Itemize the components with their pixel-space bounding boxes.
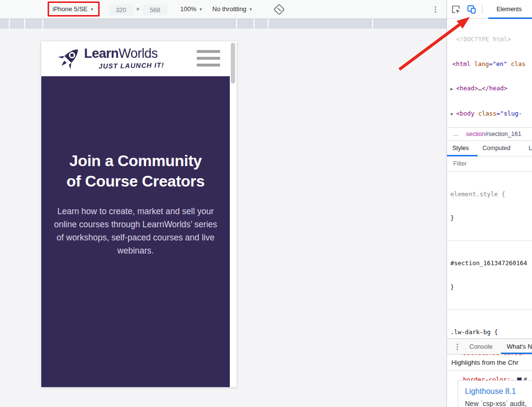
tab-elements[interactable]: Elements [486, 0, 532, 19]
dom-node[interactable]: ▼<body class="slug- [447, 109, 532, 119]
styles-filter-input[interactable] [447, 156, 530, 171]
hero-paragraph: Learn how to create, market and sell you… [54, 205, 217, 257]
expand-open-icon[interactable]: ▼ [450, 109, 456, 119]
tab-console[interactable]: Console [469, 343, 493, 350]
active-tab-underline [488, 17, 532, 19]
chevron-down-icon: ▼ [196, 7, 203, 12]
tab-styles[interactable]: Styles [452, 141, 469, 156]
brand-worlds: Worlds [119, 46, 158, 61]
lighthouse-link[interactable]: Lighthouse 8.1 [465, 387, 532, 396]
dom-node[interactable]: <!DOCTYPE html> [447, 34, 532, 45]
tab-computed[interactable]: Computed [482, 141, 511, 156]
emulation-toolbar: iPhone 5/SE▼ × 100%▼ No throttling▼ ⋮ [0, 0, 446, 19]
dimension-times-separator: × [136, 5, 140, 13]
throttling-select[interactable]: No throttling▼ [212, 5, 253, 13]
viewport-width-input[interactable] [109, 4, 133, 15]
brand-wordmark[interactable]: LearnWorlds [84, 46, 158, 61]
whats-new-card: Lighthouse 8.1 New `csp-xss` audit, and … [458, 380, 532, 407]
dom-node[interactable]: <html lang="en" clas [447, 59, 532, 69]
tab-whats-new[interactable]: What's N [507, 343, 532, 350]
rotate-viewport-icon[interactable] [274, 4, 285, 17]
site-header: LearnWorlds JUST LAUNCH IT! [41, 41, 237, 76]
css-rule-section-id[interactable]: #section_161347260164 } [447, 241, 532, 310]
brand-learn: Learn [84, 46, 119, 61]
tab-elements-label: Elements [497, 6, 522, 13]
zoom-select-label: 100% [180, 5, 196, 13]
styles-tabbar: Styles Computed L [447, 141, 532, 156]
learnworlds-rocket-logo-icon [56, 44, 83, 71]
active-tab-underline [501, 353, 532, 354]
preview-scrollbar-thumb[interactable] [231, 43, 235, 84]
devtools-pane: Elements <!DOCTYPE html> <html lang="en"… [446, 0, 532, 407]
css-rules-list: element.style { } #section_161347260164 … [447, 172, 532, 407]
breadcrumb: … section#section_161 [447, 127, 532, 141]
css-rule-element-style[interactable]: element.style { } [447, 172, 532, 241]
toolbar-separator [482, 5, 482, 14]
expand-closed-icon[interactable]: ▶ [450, 84, 456, 94]
dom-tree: <!DOCTYPE html> <html lang="en" clas ▶<h… [447, 20, 532, 127]
annotation-rectangle [48, 1, 100, 17]
zoom-select[interactable]: 100%▼ [180, 5, 203, 13]
styles-filter-row [447, 156, 532, 172]
hero-section: Join a Community of Course Creators Lear… [41, 76, 230, 387]
inspect-element-icon[interactable] [451, 4, 461, 17]
devtools-tabbar: Elements [447, 0, 532, 19]
throttling-select-label: No throttling [212, 5, 246, 13]
device-emulation-pane: iPhone 5/SE▼ × 100%▼ No throttling▼ ⋮ [0, 0, 446, 407]
lighthouse-description: New `csp-xss` audit, and more [465, 399, 532, 407]
breadcrumb-item-section[interactable]: section#section_161 [466, 131, 521, 137]
chevron-down-icon: ▼ [246, 7, 253, 12]
viewport-height-input[interactable] [143, 4, 167, 15]
whats-new-heading: Highlights from the Chr [447, 355, 532, 371]
tab-layout[interactable]: L [529, 141, 532, 156]
hamburger-menu-icon[interactable] [197, 50, 220, 70]
hero-title: Join a Community of Course Creators [60, 151, 211, 191]
kebab-menu-icon[interactable]: ⋮ [432, 5, 439, 14]
toggle-device-toolbar-icon[interactable] [466, 4, 477, 17]
dom-node[interactable]: ▶<head>…</head> [447, 84, 532, 94]
breadcrumb-overflow-icon[interactable]: … [447, 131, 464, 137]
drawer-tabbar: ⋮ Console What's N [447, 339, 532, 355]
kebab-menu-icon[interactable]: ⋮ [454, 342, 461, 351]
device-viewport: LearnWorlds JUST LAUNCH IT! Join a Commu… [41, 41, 237, 387]
media-query-bar[interactable] [0, 19, 446, 29]
brand-tagline: JUST LAUNCH IT! [99, 61, 164, 70]
